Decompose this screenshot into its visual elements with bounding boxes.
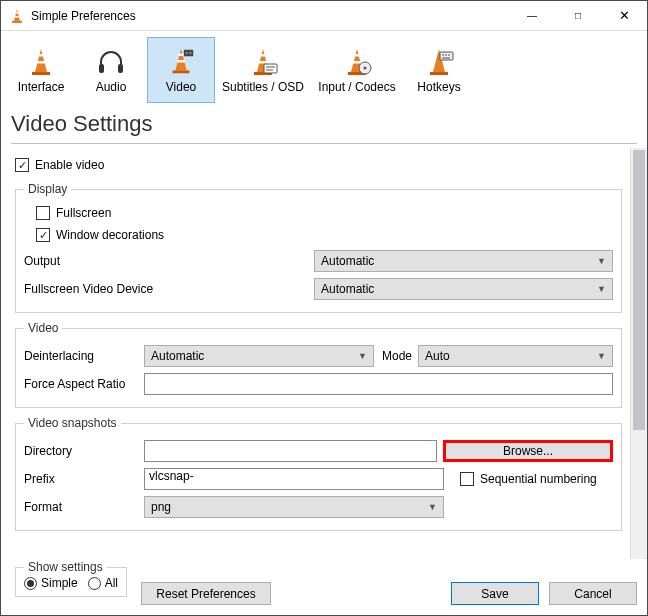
mode-select[interactable]: Auto ▼ [418, 345, 613, 367]
sequential-row[interactable]: Sequential numbering [460, 472, 613, 486]
hotkeys-cone-icon [423, 46, 455, 78]
device-row: Fullscreen Video Device Automatic ▼ [24, 276, 613, 302]
radio-simple[interactable]: Simple [24, 576, 78, 590]
fullscreen-checkbox[interactable] [36, 206, 50, 220]
svg-rect-21 [264, 64, 277, 73]
settings-content: ✓ Enable video Display Fullscreen ✓ Wind… [1, 148, 630, 559]
reset-preferences-button[interactable]: Reset Preferences [141, 582, 271, 605]
svg-rect-24 [354, 54, 360, 57]
svg-rect-3 [15, 16, 20, 18]
tab-hotkeys[interactable]: Hotkeys [405, 37, 473, 103]
aspect-label: Force Aspect Ratio [24, 377, 144, 391]
chevron-down-icon: ▼ [597, 351, 606, 361]
decorations-row[interactable]: ✓ Window decorations [36, 224, 613, 246]
svg-marker-0 [14, 9, 20, 21]
titlebar: Simple Preferences — □ ✕ [1, 1, 647, 31]
subtitles-cone-icon [247, 46, 279, 78]
svg-rect-8 [99, 64, 104, 73]
svg-point-16 [189, 52, 191, 54]
mode-label: Mode [382, 349, 412, 363]
chevron-down-icon: ▼ [597, 256, 606, 266]
svg-rect-29 [430, 72, 448, 75]
directory-label: Directory [24, 444, 144, 458]
headphones-icon [95, 46, 127, 78]
vlc-cone-icon [9, 8, 25, 24]
show-settings-legend: Show settings [24, 560, 107, 574]
scrollbar[interactable] [630, 148, 647, 559]
maximize-button[interactable]: □ [555, 1, 601, 31]
deinterlacing-row: Deinterlacing Automatic ▼ Mode Auto ▼ [24, 343, 613, 369]
svg-rect-12 [178, 54, 184, 56]
chevron-down-icon: ▼ [358, 351, 367, 361]
minimize-button[interactable]: — [509, 1, 555, 31]
enable-video-row[interactable]: ✓ Enable video [15, 154, 626, 176]
radio-all[interactable]: All [88, 576, 118, 590]
snapshots-legend: Video snapshots [24, 416, 121, 430]
divider [11, 143, 637, 144]
tab-codecs[interactable]: Input / Codecs [311, 37, 403, 103]
footer: Show settings Simple All Reset Preferenc… [1, 559, 647, 615]
display-legend: Display [24, 182, 71, 196]
svg-rect-7 [37, 61, 45, 64]
deinterlacing-select[interactable]: Automatic ▼ [144, 345, 374, 367]
prefix-input[interactable]: vlcsnap- [144, 468, 444, 490]
preferences-window: Simple Preferences — □ ✕ Interface Audio… [0, 0, 648, 616]
svg-marker-4 [35, 49, 47, 72]
deinterlacing-label: Deinterlacing [24, 349, 144, 363]
display-group: Display Fullscreen ✓ Window decorations … [15, 182, 622, 313]
format-label: Format [24, 500, 144, 514]
format-select[interactable]: png ▼ [144, 496, 444, 518]
tab-subtitles[interactable]: Subtitles / OSD [217, 37, 309, 103]
interface-cone-icon [25, 46, 57, 78]
aspect-input[interactable] [144, 373, 613, 395]
browse-button[interactable]: Browse... [443, 440, 613, 462]
output-label: Output [24, 254, 314, 268]
svg-rect-20 [259, 61, 267, 64]
svg-rect-30 [440, 52, 453, 60]
enable-video-checkbox[interactable]: ✓ [15, 158, 29, 172]
category-toolbar: Interface Audio Video Subtitles / OSD In… [1, 31, 647, 105]
save-button[interactable]: Save [451, 582, 539, 605]
prefix-label: Prefix [24, 472, 144, 486]
page-title: Video Settings [1, 105, 647, 141]
scrollbar-thumb[interactable] [633, 150, 645, 430]
svg-rect-1 [12, 21, 22, 23]
prefix-row: Prefix vlcsnap- Sequential numbering [24, 466, 613, 492]
decorations-checkbox[interactable]: ✓ [36, 228, 50, 242]
svg-rect-14 [184, 50, 193, 57]
video-legend: Video [24, 321, 62, 335]
codecs-cone-icon [341, 46, 373, 78]
decorations-label: Window decorations [56, 228, 164, 242]
tab-audio[interactable]: Audio [77, 37, 145, 103]
output-select[interactable]: Automatic ▼ [314, 250, 613, 272]
chevron-down-icon: ▼ [428, 502, 437, 512]
content-wrap: ✓ Enable video Display Fullscreen ✓ Wind… [1, 148, 647, 559]
device-select[interactable]: Automatic ▼ [314, 278, 613, 300]
sequential-checkbox[interactable] [460, 472, 474, 486]
directory-input[interactable] [144, 440, 437, 462]
video-group: Video Deinterlacing Automatic ▼ Mode Aut… [15, 321, 622, 408]
svg-rect-6 [38, 54, 44, 57]
sequential-label: Sequential numbering [480, 472, 597, 486]
svg-point-27 [364, 67, 367, 70]
tab-interface[interactable]: Interface [7, 37, 75, 103]
snapshots-group: Video snapshots Directory Browse... Pref… [15, 416, 622, 531]
output-row: Output Automatic ▼ [24, 248, 613, 274]
aspect-row: Force Aspect Ratio [24, 371, 613, 397]
close-button[interactable]: ✕ [601, 1, 647, 31]
fullscreen-label: Fullscreen [56, 206, 111, 220]
svg-rect-2 [15, 12, 19, 14]
enable-video-label: Enable video [35, 158, 104, 172]
tab-video[interactable]: Video [147, 37, 215, 103]
radio-icon [24, 577, 37, 590]
svg-rect-13 [177, 60, 185, 62]
radio-icon [88, 577, 101, 590]
device-label: Fullscreen Video Device [24, 282, 314, 296]
fullscreen-row[interactable]: Fullscreen [36, 202, 613, 224]
cancel-button[interactable]: Cancel [549, 582, 637, 605]
show-settings-group: Show settings Simple All [15, 560, 127, 597]
chevron-down-icon: ▼ [597, 284, 606, 294]
svg-rect-19 [260, 54, 266, 57]
svg-point-15 [185, 52, 187, 54]
svg-rect-5 [32, 72, 50, 75]
